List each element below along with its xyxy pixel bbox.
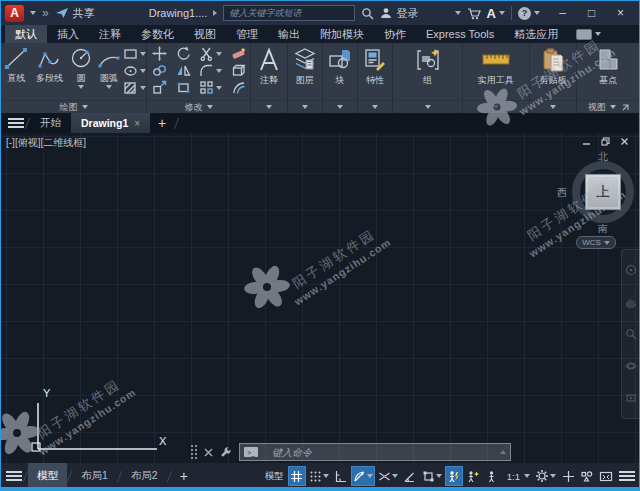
- object-snap-caret-icon[interactable]: [436, 474, 442, 478]
- layers-button[interactable]: 图层: [292, 45, 318, 87]
- file-tab-drawing1[interactable]: Drawing1 ×: [71, 113, 150, 133]
- clean-screen-button[interactable]: [597, 466, 615, 486]
- hatch-button[interactable]: [123, 79, 146, 96]
- clipboard-panel-flyout[interactable]: [530, 100, 577, 113]
- doc-restore-icon[interactable]: [601, 137, 610, 146]
- layout-tab-model[interactable]: 模型: [28, 463, 67, 489]
- quick-access-expand-button[interactable]: »: [42, 6, 49, 20]
- search-input[interactable]: [223, 5, 355, 21]
- minimize-button[interactable]: –: [548, 2, 577, 24]
- group-button[interactable]: 组: [415, 45, 441, 87]
- ribbon-tab-addins[interactable]: 附加模块: [310, 25, 374, 43]
- polyline-button[interactable]: 多段线: [32, 45, 68, 85]
- command-expand-caret-icon[interactable]: [500, 450, 506, 454]
- account-caret-icon[interactable]: [455, 11, 461, 15]
- arc-caret-icon[interactable]: [106, 85, 112, 89]
- offset-button[interactable]: [226, 80, 250, 95]
- app-store-cart-icon[interactable]: [467, 7, 481, 20]
- ribbon-tab-insert[interactable]: 插入: [47, 25, 89, 43]
- file-tab-close-icon[interactable]: ×: [134, 118, 140, 129]
- command-input-field[interactable]: >_: [239, 443, 511, 461]
- cmdline-drag-handle[interactable]: [191, 445, 197, 459]
- fillet-button[interactable]: [195, 63, 226, 78]
- layout-tab-layout1[interactable]: 布局1: [72, 463, 117, 489]
- command-line-bar[interactable]: >_: [191, 441, 511, 463]
- circle-button[interactable]: 圆: [68, 45, 95, 89]
- annotate-panel-flyout[interactable]: [251, 100, 287, 113]
- snap-toggle[interactable]: [307, 466, 331, 486]
- array-button[interactable]: [195, 80, 226, 95]
- command-history-caret-icon[interactable]: [262, 450, 268, 454]
- groups-panel-flyout[interactable]: [393, 100, 462, 113]
- command-input[interactable]: [272, 447, 496, 458]
- viewcube-north-label[interactable]: 北: [598, 150, 608, 164]
- object-snap-toggle[interactable]: [420, 466, 444, 486]
- trim-button[interactable]: [195, 46, 226, 61]
- panel-title-draw[interactable]: 绘图: [1, 100, 146, 113]
- viewport-controls-label[interactable]: [-][俯视][二维线框]: [6, 136, 86, 150]
- ribbon-tab-annotate[interactable]: 注释: [89, 25, 131, 43]
- viewcube-south-label[interactable]: 南: [598, 222, 608, 236]
- properties-button[interactable]: 特性: [362, 45, 388, 87]
- ribbon-tab-view[interactable]: 视图: [184, 25, 226, 43]
- app-menu-caret-icon[interactable]: [30, 11, 36, 15]
- annotation-monitor-button[interactable]: [559, 466, 577, 486]
- drawing-canvas[interactable]: [-][俯视][二维线框] 上 北 西 东 南 WCS: [1, 133, 639, 463]
- osnap-tracking-toggle[interactable]: [401, 466, 419, 486]
- workspace-switching-button[interactable]: [533, 466, 558, 486]
- nav-wheel-icon[interactable]: [625, 264, 637, 276]
- scale-button[interactable]: [147, 80, 171, 95]
- isodraft-toggle[interactable]: [376, 466, 400, 486]
- layout-tab-layout2[interactable]: 布局2: [122, 463, 167, 489]
- move-button[interactable]: [147, 46, 171, 61]
- pan-hand-icon[interactable]: [625, 296, 637, 308]
- erase-button[interactable]: [226, 46, 250, 61]
- ellipse-button[interactable]: [123, 62, 146, 79]
- model-space-indicator[interactable]: 模型: [262, 470, 287, 483]
- arc-button[interactable]: 圆弧: [94, 45, 123, 89]
- snap-caret-icon[interactable]: [323, 474, 329, 478]
- viewcube-top-face[interactable]: 上: [585, 174, 621, 210]
- copy-button[interactable]: [147, 63, 171, 78]
- ribbon-tab-express[interactable]: Express Tools: [416, 25, 504, 43]
- grid-toggle[interactable]: [288, 466, 306, 486]
- file-tabs-menu-icon[interactable]: [7, 113, 25, 133]
- annotation-autoscale-toggle[interactable]: [464, 466, 482, 486]
- doc-minimize-icon[interactable]: [582, 137, 591, 146]
- view-dialog-launcher-icon[interactable]: [622, 104, 629, 111]
- ortho-toggle[interactable]: [332, 466, 350, 486]
- scale-list-dropdown[interactable]: 1:1: [502, 466, 532, 486]
- annotate-button[interactable]: 注释: [256, 45, 282, 87]
- circle-caret-icon[interactable]: [78, 85, 84, 89]
- ribbon-tab-home[interactable]: 默认: [5, 25, 47, 43]
- cmdline-customize-wrench-icon[interactable]: [220, 446, 232, 458]
- doc-close-icon[interactable]: [620, 137, 629, 146]
- showmotion-icon[interactable]: [625, 392, 637, 404]
- workspace-caret-icon[interactable]: [550, 474, 556, 478]
- layout-menu-icon[interactable]: [5, 471, 23, 481]
- utilities-button[interactable]: 实用工具: [478, 45, 514, 87]
- clipboard-button[interactable]: 剪贴板: [539, 45, 566, 87]
- isolate-objects-button[interactable]: [578, 466, 596, 486]
- share-button[interactable]: 共享: [55, 6, 95, 21]
- annotation-visibility-toggle[interactable]: [445, 466, 463, 486]
- polar-tracking-toggle[interactable]: [351, 466, 375, 486]
- ribbon-display-toggle[interactable]: [576, 25, 601, 43]
- file-tab-start[interactable]: 开始: [30, 113, 71, 133]
- viewcube-west-label[interactable]: 西: [557, 186, 567, 200]
- new-layout-button[interactable]: +: [172, 468, 196, 484]
- rotate-button[interactable]: [171, 46, 195, 61]
- orbit-icon[interactable]: [625, 360, 637, 372]
- ribbon-tab-collaborate[interactable]: 协作: [374, 25, 416, 43]
- ribbon-tab-output[interactable]: 输出: [268, 25, 310, 43]
- title-flyout-icon[interactable]: [213, 10, 217, 16]
- zoom-icon[interactable]: [625, 328, 637, 340]
- layers-panel-flyout[interactable]: [288, 100, 322, 113]
- panel-title-modify[interactable]: 修改: [147, 100, 250, 113]
- autodesk-apps-button[interactable]: A: [487, 6, 505, 21]
- help-button[interactable]: ?: [518, 7, 540, 20]
- block-panel-flyout[interactable]: [323, 100, 358, 113]
- isodraft-caret-icon[interactable]: [392, 474, 398, 478]
- base-view-button[interactable]: 基点: [595, 45, 621, 87]
- close-button[interactable]: ×: [606, 2, 635, 24]
